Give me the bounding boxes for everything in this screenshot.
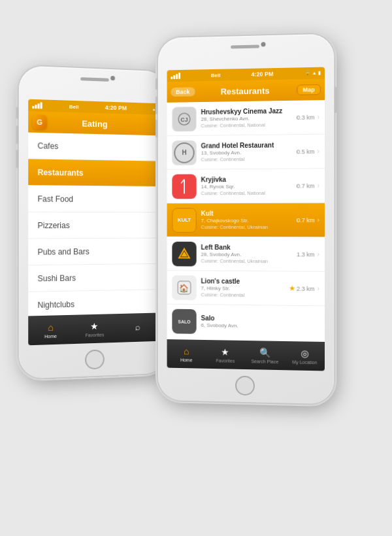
chevron-icon: › — [317, 113, 319, 120]
front-camera — [261, 42, 265, 46]
back-tab-favorites[interactable]: ★ Favorites — [73, 320, 116, 338]
front-carrier-label: Bell — [211, 72, 221, 78]
restaurant-info-cinema: Hrushevskyy Cinema Jazz 28, Shevchenko A… — [201, 107, 294, 129]
front-volume-down[interactable] — [155, 120, 158, 138]
lion-logo-icon: 🏠 — [176, 279, 193, 296]
carrier-label: Bell — [69, 103, 79, 110]
restaurant-list: CJ Hrushevskyy Cinema Jazz 28, Shevchenk… — [167, 100, 325, 371]
back-tab-bar: ⌂ Home ★ Favorites ⌕ — [28, 313, 159, 346]
chevron-icon: › — [317, 250, 319, 258]
menu-item-sushi[interactable]: Sushi Bars — [28, 264, 159, 292]
favorite-star-icon: ★ — [289, 284, 295, 293]
search-icon: ⌕ — [135, 322, 140, 332]
restaurant-logo-grand: H — [172, 140, 196, 165]
restaurant-info-grand: Grand Hotel Restaurant 13, Svobody Avn. … — [201, 141, 294, 163]
wifi-icon: ● — [152, 107, 155, 111]
front-volume-up[interactable] — [155, 96, 158, 114]
home-icon: ⌂ — [48, 322, 54, 332]
chevron-icon: › — [317, 216, 319, 224]
menu-item-fastfood[interactable]: Fast Food — [28, 186, 159, 212]
front-screen: Bell 4:20 PM 🔒 ▲ ▮ Back Restaurants — [167, 67, 325, 371]
restaurant-row-kryjivka[interactable]: Kryjivka 14, Rynok Sqr. Cuisine: Contine… — [167, 169, 325, 203]
restaurant-row-leftbank[interactable]: Left Bank 28, Svobody Avn. Cuisine: Cont… — [167, 237, 325, 272]
front-tab-home[interactable]: ⌂ Home — [167, 345, 206, 362]
restaurant-logo-salo: SALO — [172, 309, 196, 334]
menu-item-restaurants[interactable]: Restaurants — [28, 159, 159, 187]
speaker — [80, 77, 109, 82]
kryjivka-logo-icon — [177, 178, 191, 195]
svg-text:CJ: CJ — [180, 116, 188, 123]
front-signal-icon — [171, 73, 180, 79]
restaurant-row-salo[interactable]: SALO Salo 6, Svobody Avn. — [167, 305, 325, 341]
restaurant-logo-lions: 🏠 — [172, 275, 196, 300]
front-tab-bar: ⌂ Home ★ Favorites 🔍 Search Place ◎ My L… — [167, 339, 325, 371]
chevron-icon: › — [317, 182, 319, 189]
restaurant-info-kult: Kult 7, Chajkovskogo Str. Cuisine: Conti… — [201, 210, 294, 231]
restaurant-distance-kult: 0.7 km › — [297, 216, 319, 224]
restaurant-distance-lions: ★ 2.3 km › — [289, 284, 319, 293]
back-screen: Bell 4:20 PM ● G Eating Cafes — [28, 99, 159, 346]
restaurant-logo-cinema: CJ — [172, 107, 196, 131]
restaurant-info-lions: Lion's castle 7, Hlinky Str. Cuisine: Co… — [201, 277, 286, 299]
front-battery-icon: ▮ — [318, 71, 321, 76]
restaurant-row-kult[interactable]: KULT Kult 7, Chajkovskogo Str. Cuisine: … — [167, 203, 325, 238]
restaurant-logo-kryjivka — [172, 174, 196, 199]
star-icon: ★ — [221, 346, 229, 357]
front-tab-favorites[interactable]: ★ Favorites — [206, 346, 245, 363]
front-time-label: 4:20 PM — [252, 71, 274, 78]
back-button[interactable]: Back — [171, 87, 195, 97]
g-badge: G — [32, 114, 46, 129]
time-label: 4:20 PM — [105, 105, 127, 112]
home-button-back[interactable] — [85, 349, 105, 369]
front-tab-location[interactable]: ◎ My Location — [285, 348, 325, 365]
back-tab-home[interactable]: ⌂ Home — [28, 321, 73, 339]
menu-item-pizzerias[interactable]: Pizzerias — [28, 212, 159, 239]
front-silent-switch — [155, 78, 158, 90]
front-wifi-icon: ▲ — [312, 71, 317, 76]
restaurant-row-lions[interactable]: 🏠 Lion's castle 7, Hlinky Str. Cuisine: … — [167, 271, 325, 306]
front-power-button[interactable] — [334, 87, 336, 114]
restaurant-distance-kryjivka: 0.7 km › — [297, 182, 319, 189]
front-lock-icon: 🔒 — [305, 71, 311, 76]
restaurant-info-salo: Salo 6, Svobody Avn. — [201, 314, 319, 331]
cinema-logo-icon: CJ — [177, 112, 191, 126]
silent-switch — [16, 107, 19, 118]
my-location-icon: ◎ — [301, 348, 308, 358]
home-button-front[interactable] — [235, 376, 255, 396]
restaurant-distance-cinema: 0.3 km › — [297, 113, 319, 121]
back-phone: Bell 4:20 PM ● G Eating Cafes — [19, 65, 168, 379]
volume-up-button[interactable] — [16, 126, 19, 144]
restaurant-distance-leftbank: 1.3 km › — [297, 250, 319, 258]
back-nav-title: Eating — [82, 118, 107, 129]
restaurant-distance-grand: 0.5 km › — [297, 148, 319, 155]
star-icon: ★ — [91, 320, 99, 331]
front-phone: Bell 4:20 PM 🔒 ▲ ▮ Back Restaurants — [158, 34, 334, 405]
status-icons: ● — [152, 107, 155, 111]
front-status-icons: 🔒 ▲ ▮ — [305, 71, 321, 76]
front-speaker — [231, 44, 259, 48]
front-nav-header: Back Restaurants Map — [167, 79, 325, 103]
home-icon: ⌂ — [184, 346, 189, 356]
restaurant-row-cinema[interactable]: CJ Hrushevskyy Cinema Jazz 28, Shevchenk… — [167, 100, 325, 136]
search-place-icon: 🔍 — [259, 347, 270, 358]
restaurant-logo-leftbank — [172, 241, 196, 266]
menu-item-cafes[interactable]: Cafes — [28, 133, 159, 161]
scene: Bell 4:20 PM ● G Eating Cafes — [7, 10, 385, 526]
restaurant-logo-kult: KULT — [172, 208, 196, 233]
restaurant-info-leftbank: Left Bank 28, Svobody Avn. Cuisine: Cont… — [201, 244, 294, 265]
chevron-icon: › — [317, 285, 319, 292]
back-nav-header: G Eating — [28, 111, 159, 135]
front-nav-title: Restaurants — [221, 86, 270, 96]
map-button[interactable]: Map — [297, 84, 321, 95]
menu-item-pubs[interactable]: Pubs and Bars — [28, 239, 159, 266]
chevron-icon: › — [317, 148, 319, 155]
restaurant-row-grand[interactable]: H Grand Hotel Restaurant 13, Svobody Avn… — [167, 135, 325, 170]
back-tab-search[interactable]: ⌕ — [116, 321, 159, 334]
signal-icon — [32, 102, 42, 109]
leftbank-logo-icon — [176, 246, 192, 261]
restaurant-info-kryjivka: Kryjivka 14, Rynok Sqr. Cuisine: Contine… — [201, 175, 294, 196]
camera — [110, 76, 115, 80]
svg-text:🏠: 🏠 — [180, 283, 189, 293]
volume-down-button[interactable] — [16, 150, 19, 169]
front-tab-search[interactable]: 🔍 Search Place — [245, 347, 285, 364]
